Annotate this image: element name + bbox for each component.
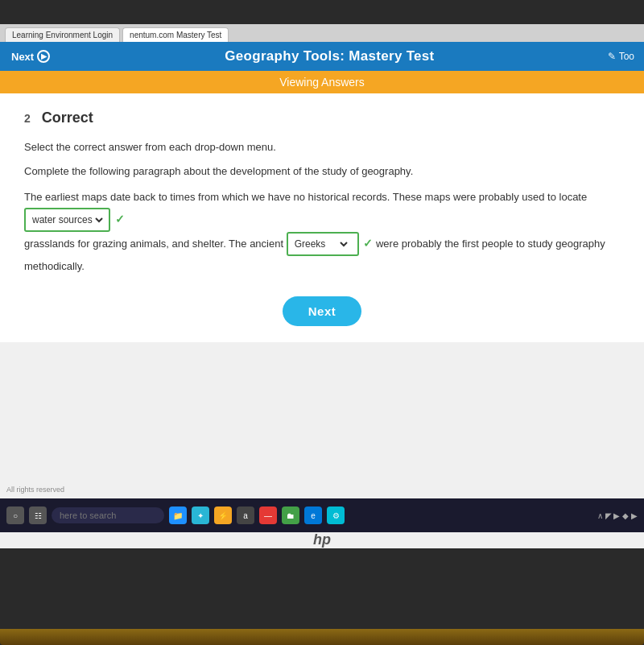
dropdown2-container[interactable]: Greeks Romans Egyptians Chinese: [287, 232, 359, 256]
next-nav-label: Next: [11, 51, 34, 63]
settings-icon[interactable]: ⚙: [327, 506, 345, 524]
file-explorer-icon[interactable]: 📁: [169, 506, 187, 524]
next-nav-button[interactable]: Next ▶: [0, 42, 61, 71]
search-circle-icon[interactable]: ○: [6, 506, 24, 524]
browser-tab-1[interactable]: Learning Environment Login: [5, 27, 120, 42]
app-title-bar: Next ▶ Geography Tools: Mastery Test ✎ T…: [0, 42, 644, 71]
next-button-container: Next: [24, 296, 620, 326]
taskbar-right: ∧ ◤ ▶ ◆ ▶: [597, 511, 638, 520]
instruction-1: Select the correct answer from each drop…: [24, 139, 620, 155]
edge-icon[interactable]: e: [304, 506, 322, 524]
tools-label: Too: [619, 51, 634, 62]
question-number: 2: [24, 112, 31, 125]
power-icon[interactable]: ⚡: [214, 506, 232, 524]
paragraph-text: The earliest maps date back to times fro…: [24, 187, 620, 277]
taskbar-search-input[interactable]: [52, 507, 164, 523]
correct-label: Correct: [42, 110, 93, 126]
main-content: 2 Correct Select the correct answer from…: [0, 93, 644, 342]
dropdown2-select[interactable]: Greeks Romans Egyptians Chinese: [291, 238, 350, 250]
tab-label-2: nentum.com Mastery Test: [130, 31, 221, 39]
windows-icon[interactable]: ☷: [29, 506, 47, 524]
instruction-2: Complete the following paragraph about t…: [24, 163, 620, 180]
tools-button[interactable]: ✎ Too: [598, 51, 644, 62]
paragraph-part2: grasslands for grazing animals, and shel…: [24, 238, 283, 250]
text-icon[interactable]: a: [237, 506, 254, 524]
hp-logo: hp: [313, 531, 331, 548]
dropdown1-container[interactable]: water sources cities mountains deserts: [24, 208, 110, 232]
bottom-bezel: [0, 629, 644, 645]
minus-icon[interactable]: —: [259, 506, 277, 524]
paragraph-part1: The earliest maps date back to times fro…: [24, 191, 587, 203]
copyright-text: All rights reserved: [6, 486, 64, 494]
taskbar: ○ ☷ 📁 ✦ ⚡ a — 🖿 e ⚙ ∧ ◤ ▶ ◆ ▶: [0, 498, 644, 532]
viewing-answers-bar: Viewing Answers: [0, 71, 644, 93]
browser-tab-2[interactable]: nentum.com Mastery Test: [122, 27, 229, 42]
next-main-button[interactable]: Next: [283, 296, 362, 326]
question-header: 2 Correct: [24, 110, 620, 126]
browser-tabs: Learning Environment Login nentum.com Ma…: [0, 24, 644, 42]
dropbox-icon[interactable]: ✦: [192, 506, 209, 524]
tab-label-1: Learning Environment Login: [12, 31, 113, 39]
checkmark1: ✓: [115, 213, 125, 225]
viewing-answers-label: Viewing Answers: [279, 76, 365, 89]
checkmark2: ✓: [363, 237, 373, 250]
next-circle-icon: ▶: [37, 50, 50, 63]
system-tray: ∧ ◤ ▶ ◆ ▶: [597, 511, 638, 520]
folder-icon[interactable]: 🖿: [282, 506, 299, 524]
dropdown1-select[interactable]: water sources cities mountains deserts: [29, 213, 105, 226]
pencil-icon: ✎: [608, 51, 616, 62]
page-title: Geography Tools: Mastery Test: [61, 48, 597, 64]
